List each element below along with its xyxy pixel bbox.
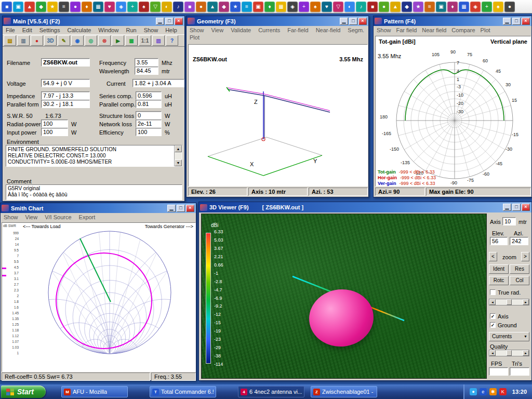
launcher-icon[interactable]: ■ [367, 2, 378, 12]
launcher-icon[interactable]: ▦ [93, 2, 103, 12]
maximize-button[interactable]: □ [512, 18, 521, 25]
toolbar-button[interactable]: ◉ [71, 35, 84, 46]
launcher-icon[interactable]: ♦ [82, 2, 92, 12]
launcher-icon[interactable]: ≡ [424, 2, 435, 12]
menu-item[interactable]: Near field [422, 27, 446, 33]
menu-item[interactable]: Compare [451, 27, 475, 33]
zoom-out-button[interactable]: < [489, 252, 497, 261]
slider-left-icon[interactable]: ◄ [489, 350, 496, 356]
slider-thumb[interactable] [507, 350, 512, 356]
launcher-icon[interactable]: ● [196, 2, 206, 12]
pattern-canvas[interactable]: Tot-gain [dBi] Vertical plane 3.55 Mhz 1… [375, 36, 531, 187]
launcher-icon[interactable]: ★ [230, 2, 241, 12]
currents-dropdown[interactable]: Currents▼ [489, 332, 529, 341]
scroll-down-icon[interactable]: ▼ [175, 159, 182, 166]
minimize-button[interactable]: ▁ [503, 204, 511, 211]
viewer-titlebar[interactable]: 3D Viewer (F9)[ ZS6BKW.out ] ▁ □ × [199, 202, 531, 212]
toolbar-button[interactable]: ● [31, 35, 43, 46]
toolbar-button[interactable]: ▨ [152, 35, 165, 46]
launcher-icon[interactable]: ◆ [219, 2, 229, 12]
menu-item[interactable]: Show [190, 27, 204, 33]
launcher-icon[interactable]: ● [70, 2, 81, 12]
zoom-in-button[interactable]: > [521, 252, 529, 261]
launcher-icon[interactable]: + [482, 2, 492, 12]
launcher-icon[interactable]: ◆ [36, 2, 46, 12]
menu-item[interactable]: Segm. [348, 27, 364, 33]
true-rad-checkbox[interactable] [490, 289, 496, 295]
menu-item[interactable]: Show [144, 27, 158, 33]
menu-item[interactable]: Settings [39, 27, 60, 33]
launcher-icon[interactable]: ★ [413, 2, 423, 12]
tray-icon[interactable]: e [480, 388, 487, 395]
toolbar-button[interactable]: 1:1 [139, 35, 151, 46]
geometry-titlebar[interactable]: Geometry (F3) ▁ □ × [187, 16, 368, 26]
launcher-icon[interactable]: ▣ [253, 2, 263, 12]
pattern-titlebar[interactable]: Pattern (F4) ▁ □ × [374, 16, 531, 26]
launcher-icon[interactable]: ▣ [436, 2, 446, 12]
launcher-icon[interactable]: ▽ [333, 2, 343, 12]
toolbar-button[interactable]: 3D [44, 35, 57, 46]
azi-input[interactable]: 242 [510, 237, 528, 245]
smith-titlebar[interactable]: Smith Chart ▁ □ × [1, 203, 196, 213]
launcher-icon[interactable]: ♪ [173, 2, 183, 12]
toolbar-button[interactable]: ▦ [125, 35, 138, 46]
elev-input[interactable]: 56 [490, 237, 508, 245]
launcher-icon[interactable]: ♦ [447, 2, 458, 12]
launcher-icon[interactable]: ◈ [470, 2, 481, 12]
tray-icon[interactable]: ● [470, 388, 477, 395]
launcher-icon[interactable]: + [299, 2, 309, 12]
taskbar-task[interactable]: Z Zwischenablage01 - I... [311, 386, 377, 397]
launcher-icon[interactable]: ■ [2, 2, 12, 12]
quality-slider[interactable]: ◄ ► [489, 350, 529, 356]
toolbar-button[interactable]: ? [166, 35, 178, 46]
menu-item[interactable]: Window [98, 27, 118, 33]
slider-right-icon[interactable]: ► [523, 299, 529, 305]
launcher-icon[interactable]: ♥ [104, 2, 115, 12]
menu-item[interactable]: Run [126, 27, 136, 33]
taskbar-task[interactable]: T Total Commander 6.5... [150, 386, 216, 397]
menu-item[interactable]: Validate [231, 27, 251, 33]
slider-left-icon[interactable]: ◄ [489, 299, 496, 305]
toolbar-button[interactable]: ✎ [58, 35, 70, 46]
menu-item[interactable]: Near-field [316, 27, 341, 33]
minimize-button[interactable]: ▁ [503, 18, 511, 25]
menu-item[interactable]: Show [4, 214, 18, 220]
slider-right-icon[interactable]: ► [523, 350, 529, 356]
launcher-icon[interactable]: ♦ [264, 2, 275, 12]
launcher-icon[interactable]: ♠ [310, 2, 321, 12]
launcher-icon[interactable]: ≡ [59, 2, 69, 12]
launcher-icon[interactable]: ▦ [276, 2, 286, 12]
geometry-canvas[interactable]: ZS6BKW.out 3.55 Mhz X Y Z [188, 44, 368, 187]
minimize-button[interactable]: ▁ [167, 205, 176, 212]
maximize-button[interactable]: □ [165, 18, 174, 25]
ground-checkbox[interactable]: ✓ [490, 322, 496, 328]
slider-thumb[interactable] [507, 299, 512, 305]
launcher-icon[interactable]: ♠ [139, 2, 149, 12]
launcher-icon[interactable]: ● [504, 2, 515, 12]
res-button[interactable]: Res [510, 264, 529, 274]
launcher-icon[interactable]: ▦ [459, 2, 469, 12]
menu-item[interactable]: File [6, 27, 15, 33]
viewer-3d-canvas[interactable]: dBi 6.335.033.672.210.66-1-2.8-4.7-6.9-9… [201, 214, 487, 379]
launcher-icon[interactable]: ▲ [207, 2, 218, 12]
launcher-icon[interactable]: ■ [184, 2, 195, 12]
taskbar-task[interactable]: M AFU - Mozilla [61, 386, 128, 397]
menu-item[interactable]: Currents [258, 27, 280, 33]
frequency-input[interactable]: 3.55 [135, 58, 158, 66]
toolbar-button[interactable]: ▤ [4, 35, 16, 46]
launcher-icon[interactable]: ◈ [287, 2, 298, 12]
launcher-icon[interactable]: ◆ [402, 2, 412, 12]
menu-item[interactable]: Export [79, 214, 96, 220]
close-button[interactable]: × [522, 204, 530, 211]
launcher-icon[interactable]: ♠ [493, 2, 503, 12]
menu-item[interactable]: Plot [190, 34, 200, 41]
maximize-button[interactable]: □ [349, 18, 357, 25]
minimize-button[interactable]: ▁ [340, 18, 348, 25]
maximize-button[interactable]: □ [177, 205, 185, 212]
menu-item[interactable]: View [211, 27, 224, 33]
menu-item[interactable]: Far-field [287, 27, 308, 33]
launcher-icon[interactable]: ● [379, 2, 389, 12]
launcher-icon[interactable]: ▽ [150, 2, 161, 12]
menu-item[interactable]: Plot [481, 27, 490, 33]
toolbar-button[interactable]: ▥ [17, 35, 30, 46]
